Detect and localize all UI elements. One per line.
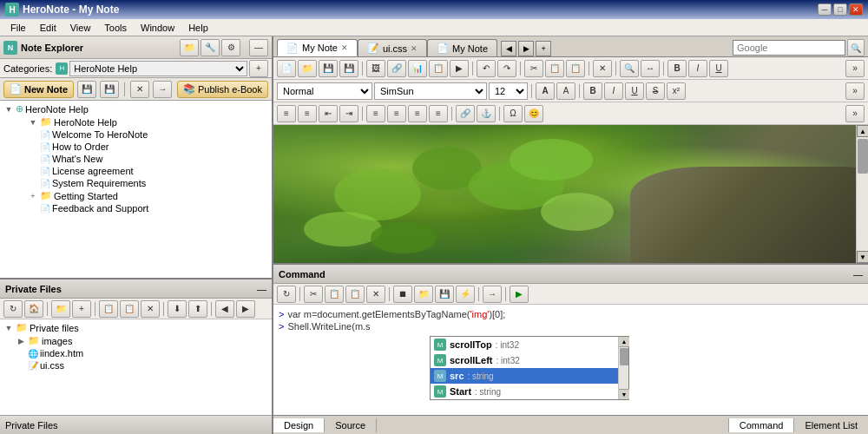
tree-item[interactable]: 📄 Feedback and Support [26,202,270,214]
save2-btn[interactable]: 💾 [100,81,119,98]
folder-open-btn[interactable]: 📁 [180,39,199,56]
private-tree-item[interactable]: 📝 ui.css [14,359,270,372]
home-btn[interactable]: 🏠 [24,300,43,318]
categories-select[interactable]: HeroNote Help [69,61,247,76]
publish-button[interactable]: 📚 Publish e-Book [177,81,268,98]
ac-item-selected[interactable]: M src : string [431,368,628,384]
refresh-btn[interactable]: ↻ [3,300,23,318]
ac-scrollbar[interactable]: ▲ ▼ [618,337,628,399]
tab-close-btn[interactable]: ✕ [341,43,348,52]
close-button[interactable]: ✕ [849,3,863,16]
expand-btn[interactable]: » [845,60,865,77]
indent-btn[interactable]: ⇥ [339,105,358,122]
search-input[interactable] [733,40,845,56]
add-btn[interactable]: + [72,300,91,318]
category-add-btn[interactable]: + [249,60,268,77]
tree-item[interactable]: 📄 What's New [26,153,270,165]
editor-area[interactable]: ▲ ▼ [273,125,868,263]
tree-item[interactable]: 📄 System Requirements [26,177,270,189]
bold-btn[interactable]: B [667,60,687,77]
expand-icon[interactable]: ▼ [3,105,14,114]
command-minimize-btn[interactable]: — [853,269,863,279]
command-output[interactable]: > var m=document.getElementsByTagName('i… [273,305,868,415]
private-tree-item[interactable]: ▼ 📁 Private files [2,321,270,334]
cut-btn[interactable]: ✂ [524,60,543,77]
align-center-btn[interactable]: ≡ [387,105,406,122]
cmd-export-btn[interactable]: → [483,286,502,303]
copy-btn[interactable]: 📋 [99,300,118,318]
tools-btn[interactable]: 🔧 [201,39,220,56]
cmd-btn3[interactable]: 💾 [435,286,454,303]
menu-help[interactable]: Help [181,21,215,35]
copy-btn[interactable]: 📋 [545,60,564,77]
open-btn[interactable]: 📁 [298,60,317,77]
outdent-btn[interactable]: ⇤ [319,105,338,122]
tab-forward-btn[interactable]: ▶ [518,41,534,56]
new-note-button[interactable]: 📄 New Note [3,81,74,98]
panel-close-btn[interactable]: — [249,39,268,56]
ac-track[interactable] [619,347,628,389]
align-left-btn[interactable]: ≡ [366,105,385,122]
align-justify-btn[interactable]: ≡ [429,105,448,122]
delete-btn[interactable]: ✕ [141,300,160,318]
tab-element-list[interactable]: Element List [793,418,868,432]
link-insert-btn[interactable]: 🔗 [456,105,475,122]
cmd-connect-btn[interactable]: ⚡ [456,286,475,303]
menu-file[interactable]: File [3,21,33,35]
underline-btn[interactable]: U [709,60,728,77]
import-btn[interactable]: ⬇ [168,300,187,318]
scroll-down-btn[interactable]: ▼ [857,251,868,263]
ac-item[interactable]: M Start : string [431,384,628,399]
font-color-btn[interactable]: A [536,82,555,100]
tab-close-btn[interactable]: ✕ [411,44,418,53]
underline-btn2[interactable]: U [625,82,644,100]
italic-btn2[interactable]: I [604,82,623,100]
tab-my-note-2[interactable]: 📄 My Note [427,39,497,56]
table-btn[interactable]: 📊 [408,60,427,77]
ac-scroll-down[interactable]: ▼ [619,389,629,399]
delete-btn[interactable]: ✕ [130,81,149,98]
minimize-button[interactable]: ─ [818,3,832,16]
cmd-stop-btn[interactable]: ⏹ [393,286,412,303]
save-doc-btn[interactable]: 💾 [319,60,338,77]
cmd-copy-btn[interactable]: 📋 [325,286,344,303]
strikethrough-btn[interactable]: S [646,82,665,100]
menu-view[interactable]: View [63,21,98,35]
list-unordered-btn[interactable]: ≡ [277,105,296,122]
cmd-run-btn[interactable]: ↻ [277,286,296,303]
highlight-btn[interactable]: A [556,82,575,100]
save-btn[interactable]: 💾 [77,81,96,98]
tab-command[interactable]: Command [728,418,794,432]
img-btn[interactable]: 🖼 [366,60,385,77]
scrollbar-thumb[interactable] [858,139,868,174]
menu-window[interactable]: Window [134,21,181,35]
cmd-play-btn[interactable]: ▶ [510,286,529,303]
find-btn[interactable]: 🔍 [620,60,639,77]
expand-btn2[interactable]: » [845,82,865,100]
editor-scrollbar[interactable]: ▲ ▼ [856,125,868,263]
cmd-delete-btn[interactable]: ✕ [366,286,385,303]
delete-btn[interactable]: ✕ [593,60,612,77]
size-select[interactable]: 12 14 16 [489,82,528,100]
ac-thumb[interactable] [620,348,628,365]
search-btn[interactable]: 🔍 [847,39,865,56]
bold-btn2[interactable]: B [583,82,602,100]
next-btn[interactable]: ▶ [236,300,255,318]
ac-item[interactable]: M scrollLeft : int32 [431,352,628,368]
export-btn[interactable]: ⬆ [188,300,207,318]
cmd-btn2[interactable]: 📁 [414,286,433,303]
prev-btn[interactable]: ◀ [215,300,234,318]
save-all-btn[interactable]: 💾 [339,60,358,77]
tab-my-note[interactable]: 📄 My Note ✕ [277,39,358,56]
ac-scroll-up[interactable]: ▲ [619,337,629,347]
private-tree-item[interactable]: 🌐 iindex.htm [14,347,270,359]
emoticon-btn[interactable]: 😊 [524,105,543,122]
tab-add-btn[interactable]: + [536,41,551,56]
link-btn[interactable]: 🔗 [387,60,406,77]
settings-btn[interactable]: ⚙ [221,39,240,56]
private-tree-item[interactable]: ▶ 📁 images [14,334,270,347]
new-folder-btn[interactable]: 📁 [51,300,70,318]
tree-item[interactable]: 📄 License agreement [26,165,270,177]
undo-btn[interactable]: ↶ [477,60,496,77]
cmd-paste-btn[interactable]: 📋 [345,286,365,303]
